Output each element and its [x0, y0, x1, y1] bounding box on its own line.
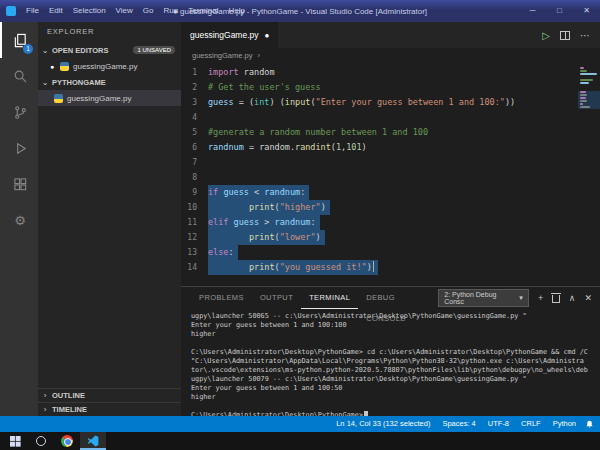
tab-dirty-indicator-icon[interactable]: ●: [265, 31, 270, 40]
file-tree-item[interactable]: guessingGame.py: [38, 90, 181, 106]
outline-section-header[interactable]: › OUTLINE: [38, 388, 181, 402]
menu-selection[interactable]: Selection: [68, 0, 111, 22]
line-number[interactable]: 7: [181, 155, 208, 170]
line-number[interactable]: 6: [181, 140, 208, 155]
code-line[interactable]: 6randnum = random.randint(1,101): [181, 140, 578, 155]
panel-tab-terminal[interactable]: TERMINAL: [301, 287, 358, 309]
minimize-button[interactable]: ─: [519, 0, 546, 22]
menu-go[interactable]: Go: [138, 0, 159, 22]
code-text: elif guess > randnum:: [208, 215, 320, 230]
breadcrumb-file[interactable]: guessingGame.py: [192, 51, 252, 60]
terminal-line: higher: [191, 393, 600, 402]
editor-body[interactable]: 1import random2# Get the user's guess3gu…: [181, 63, 600, 286]
code-line[interactable]: 11elif guess > randnum:: [181, 215, 578, 230]
menu-terminal[interactable]: Terminal: [183, 0, 223, 22]
code-line[interactable]: 1import random: [181, 65, 578, 80]
code-text: if guess < randnum:: [208, 185, 309, 200]
maximize-panel-button[interactable]: ∧: [569, 294, 576, 303]
minimap[interactable]: [578, 63, 600, 286]
code-line[interactable]: 10 print("higher"): [181, 200, 578, 215]
line-number[interactable]: 14: [181, 260, 208, 275]
activity-search-button[interactable]: [0, 58, 38, 94]
editor-tab-guessinggame[interactable]: guessingGame.py ●: [181, 22, 279, 48]
panel-controls: 2: Python Debug Consc ▾ + ∧ ✕: [438, 289, 592, 307]
status-item[interactable]: Spaces: 4: [436, 416, 481, 432]
chevron-down-icon: ⌄: [40, 46, 50, 55]
code-line[interactable]: 8: [181, 170, 578, 185]
line-number[interactable]: 11: [181, 215, 208, 230]
panel-tab-output[interactable]: OUTPUT: [252, 287, 301, 309]
gear-icon: ⚙: [14, 214, 26, 227]
status-item[interactable]: Ln 14, Col 33 (132 selected): [330, 416, 436, 432]
taskbar-chrome-button[interactable]: [54, 432, 80, 450]
code-line[interactable]: 3guess = (int) (input("Enter your guess …: [181, 95, 578, 110]
activity-run-debug-button[interactable]: [0, 130, 38, 166]
open-editors-header[interactable]: ⌄ OPEN EDITORS 1 UNSAVED: [38, 42, 181, 58]
line-number[interactable]: 10: [181, 200, 208, 215]
code-area[interactable]: 1import random2# Get the user's guess3gu…: [181, 63, 578, 286]
text-cursor: [373, 261, 374, 272]
source-control-icon: [13, 105, 28, 120]
maximize-button[interactable]: □: [546, 0, 573, 22]
code-line[interactable]: 2# Get the user's guess: [181, 80, 578, 95]
code-line[interactable]: 4: [181, 110, 578, 125]
menu-run[interactable]: Run: [158, 0, 183, 22]
line-number[interactable]: 1: [181, 65, 208, 80]
close-button[interactable]: ✕: [573, 0, 600, 22]
activity-source-control-button[interactable]: [0, 94, 38, 130]
kill-terminal-button[interactable]: [552, 295, 560, 303]
close-panel-button[interactable]: ✕: [584, 294, 592, 303]
tab-label: guessingGame.py: [190, 30, 259, 40]
minimap-line: [580, 82, 589, 84]
timeline-section-header[interactable]: › TIMELINE: [38, 402, 181, 416]
menu-view[interactable]: View: [111, 0, 138, 22]
menu-help[interactable]: Help: [223, 0, 249, 22]
code-line[interactable]: 14 print("you guessed it!"): [181, 260, 578, 275]
new-terminal-button[interactable]: +: [538, 294, 543, 303]
line-number[interactable]: 3: [181, 95, 208, 110]
split-editor-button[interactable]: [560, 31, 570, 40]
line-number[interactable]: 2: [181, 80, 208, 95]
code-text: print("lower"): [208, 230, 325, 245]
menu-file[interactable]: File: [21, 0, 44, 22]
activity-extensions-button[interactable]: [0, 166, 38, 202]
status-item[interactable]: CRLF: [515, 416, 547, 432]
line-number[interactable]: 9: [181, 185, 208, 200]
terminal-line: tor\.vscode\extensions\ms-python.python-…: [191, 366, 600, 375]
line-number[interactable]: 5: [181, 125, 208, 140]
screen: FileEditSelectionViewGoRunTerminalHelp ●…: [0, 0, 600, 450]
line-number[interactable]: 4: [181, 110, 208, 125]
folder-header[interactable]: ⌄ PYTHONGAME: [38, 74, 181, 90]
code-line[interactable]: 12 print("lower"): [181, 230, 578, 245]
terminal-picker-dropdown[interactable]: 2: Python Debug Consc ▾: [438, 289, 529, 307]
run-python-file-button[interactable]: ▷: [542, 30, 550, 41]
dirty-indicator-icon[interactable]: ●: [48, 63, 56, 70]
start-button[interactable]: [2, 432, 28, 450]
notifications-bell-icon[interactable]: [582, 420, 596, 429]
code-line[interactable]: 5#generate a random number between 1 and…: [181, 125, 578, 140]
terminal-output[interactable]: ugpy\launcher 50065 -- c:\Users\Administ…: [181, 309, 600, 416]
activity-settings-button[interactable]: ⚙: [0, 202, 38, 238]
activity-explorer-button[interactable]: 1: [0, 22, 38, 58]
breadcrumb[interactable]: guessingGame.py ›: [181, 48, 600, 63]
cortana-button[interactable]: [28, 432, 54, 450]
code-text: print("higher"): [208, 200, 330, 215]
menu-edit[interactable]: Edit: [44, 0, 68, 22]
code-line[interactable]: 7: [181, 155, 578, 170]
line-number[interactable]: 12: [181, 230, 208, 245]
open-editor-item[interactable]: ● guessingGame.py: [38, 58, 181, 74]
code-text: else:: [208, 245, 238, 260]
chevron-right-icon: ›: [40, 405, 50, 414]
panel-tab-debug-console[interactable]: DEBUG CONSOLE: [358, 287, 438, 309]
line-number[interactable]: 8: [181, 170, 208, 185]
status-item[interactable]: Python: [547, 416, 582, 432]
terminal-line: C:\Users\Administrator\Desktop\PythonGam…: [191, 348, 600, 357]
more-actions-button[interactable]: ⋯: [580, 30, 590, 41]
code-line[interactable]: 9if guess < randnum:: [181, 185, 578, 200]
panel-tab-problems[interactable]: PROBLEMS: [191, 287, 252, 309]
code-line[interactable]: 13else:: [181, 245, 578, 260]
status-item[interactable]: UTF-8: [482, 416, 515, 432]
taskbar-vscode-button[interactable]: [80, 432, 106, 450]
line-number[interactable]: 13: [181, 245, 208, 260]
unsaved-badge: 1 UNSAVED: [133, 46, 175, 54]
